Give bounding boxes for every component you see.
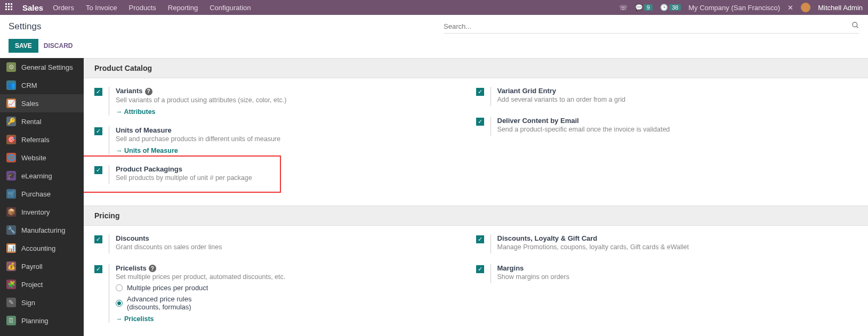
setting-title: Margins xyxy=(497,264,858,272)
sidebar-item-elearning[interactable]: 🎓eLearning xyxy=(0,167,84,185)
setting-link-attributes[interactable]: Attributes xyxy=(116,108,476,116)
setting-discounts-loyalty-gift-card: ✓Discounts, Loyalty & Gift CardManage Pr… xyxy=(476,234,858,253)
radio[interactable] xyxy=(116,300,123,307)
help-icon[interactable]: ? xyxy=(145,88,152,95)
voip-icon[interactable]: ☏ xyxy=(619,4,628,12)
checkbox[interactable]: ✓ xyxy=(94,235,102,243)
checkbox[interactable]: ✓ xyxy=(476,265,484,273)
setting-desc: Manage Promotions, coupons, loyalty card… xyxy=(497,243,858,251)
company-switcher[interactable]: My Company (San Francisco) xyxy=(688,4,780,12)
help-icon[interactable]: ? xyxy=(149,265,156,272)
checkbox[interactable]: ✓ xyxy=(94,166,102,174)
nav-orders[interactable]: Orders xyxy=(53,4,74,12)
svg-rect-3 xyxy=(5,6,7,7)
svg-rect-2 xyxy=(11,3,12,5)
radio-label: Advanced price rules(discounts, formulas… xyxy=(127,295,191,311)
svg-point-9 xyxy=(853,22,857,27)
section-product-catalog: Product Catalog✓Variants?Sell variants o… xyxy=(84,58,868,206)
activities-icon[interactable]: 🕒38 xyxy=(660,4,681,11)
sidebar-item-purchase[interactable]: 🛒Purchase xyxy=(0,185,84,203)
setting-title: Deliver Content by Email xyxy=(497,117,858,125)
referrals-icon: 🎯 xyxy=(6,135,16,144)
setting-link-units-of-measure[interactable]: Units of Measure xyxy=(116,147,476,154)
user-name[interactable]: Mitchell Admin xyxy=(818,4,863,12)
divider xyxy=(109,87,109,116)
nav-products[interactable]: Products xyxy=(128,4,156,12)
nav-to-invoice[interactable]: To Invoice xyxy=(86,4,117,12)
setting-desc: Sell and purchase products in different … xyxy=(116,135,476,143)
page-title: Settings xyxy=(9,21,41,32)
sidebar-item-referrals[interactable]: 🎯Referrals xyxy=(0,130,84,149)
divider xyxy=(109,234,109,253)
setting-product-packagings: ✓Product PackagingsSell products by mult… xyxy=(94,165,476,184)
discard-button[interactable]: DISCARD xyxy=(44,42,73,50)
sidebar-item-label: Planning xyxy=(21,317,49,325)
sidebar-item-label: Referrals xyxy=(21,136,50,144)
project-icon: 🧩 xyxy=(6,280,16,289)
setting-desc: Show margins on orders xyxy=(497,273,858,281)
nav-configuration[interactable]: Configuration xyxy=(210,4,251,12)
sidebar-item-rental[interactable]: 🔑Rental xyxy=(0,112,84,130)
sidebar-item-planning[interactable]: 🗓Planning xyxy=(0,312,84,330)
search-input[interactable] xyxy=(444,22,851,30)
setting-variant-grid-entry: ✓Variant Grid EntryAdd several variants … xyxy=(476,87,858,106)
setting-pricelists: ✓Pricelists?Set multiple prices per prod… xyxy=(94,264,476,323)
sidebar-item-label: Inventory xyxy=(21,208,50,216)
sidebar-item-website[interactable]: 🌐Website xyxy=(0,149,84,167)
svg-line-10 xyxy=(856,26,858,28)
settings-sidebar: ⚙General Settings👥CRM📈Sales🔑Rental🎯Refer… xyxy=(0,58,84,336)
sidebar-item-label: Purchase xyxy=(21,190,51,198)
sidebar-item-crm[interactable]: 👥CRM xyxy=(0,76,84,94)
sidebar-item-inventory[interactable]: 📦Inventory xyxy=(0,203,84,221)
sidebar-item-payroll[interactable]: 💰Payroll xyxy=(0,257,84,275)
search-box[interactable] xyxy=(444,19,859,34)
purchase-icon: 🛒 xyxy=(6,189,16,199)
website-icon: 🌐 xyxy=(6,153,16,162)
checkbox[interactable]: ✓ xyxy=(94,127,102,135)
section-pricing: Pricing✓DiscountsGrant discounts on sale… xyxy=(84,206,868,337)
sales-icon: 📈 xyxy=(6,99,16,108)
nav-reporting[interactable]: Reporting xyxy=(168,4,198,12)
avatar[interactable] xyxy=(801,3,810,12)
sidebar-item-sign[interactable]: ✎Sign xyxy=(0,293,84,312)
setting-discounts: ✓DiscountsGrant discounts on sales order… xyxy=(94,234,476,253)
radio-option[interactable]: Advanced price rules(discounts, formulas… xyxy=(116,295,476,311)
divider xyxy=(491,234,491,253)
elearning-icon: 🎓 xyxy=(6,171,16,181)
messaging-icon[interactable]: 💬9 xyxy=(635,4,653,11)
setting-units-of-measure: ✓Units of MeasureSell and purchase produ… xyxy=(94,126,476,154)
main: ⚙General Settings👥CRM📈Sales🔑Rental🎯Refer… xyxy=(0,58,868,336)
sidebar-item-label: Project xyxy=(21,281,43,289)
setting-desc: Add several variants to an order from a … xyxy=(497,96,858,103)
accounting-icon: 📊 xyxy=(6,243,16,253)
checkbox[interactable]: ✓ xyxy=(476,118,484,126)
sidebar-item-sales[interactable]: 📈Sales xyxy=(0,94,84,112)
crm-icon: 👥 xyxy=(6,80,16,90)
radio[interactable] xyxy=(116,284,123,291)
radio-option[interactable]: Multiple prices per product xyxy=(116,284,476,292)
sidebar-item-label: eLearning xyxy=(21,172,52,180)
col-right: ✓Discounts, Loyalty & Gift CardManage Pr… xyxy=(476,234,858,334)
sidebar-item-project[interactable]: 🧩Project xyxy=(0,275,84,293)
svg-rect-1 xyxy=(8,3,10,5)
sidebar-item-general-settings[interactable]: ⚙General Settings xyxy=(0,58,84,76)
checkbox[interactable]: ✓ xyxy=(94,265,102,273)
sidebar-item-label: Payroll xyxy=(21,263,43,271)
sidebar-item-manufacturing[interactable]: 🔧Manufacturing xyxy=(0,221,84,239)
apps-icon[interactable] xyxy=(5,3,13,12)
divider xyxy=(491,264,491,283)
planning-icon: 🗓 xyxy=(6,316,16,325)
divider xyxy=(491,87,491,106)
checkbox[interactable]: ✓ xyxy=(94,88,102,96)
divider xyxy=(491,117,491,136)
setting-title: Discounts, Loyalty & Gift Card xyxy=(497,234,858,242)
svg-rect-8 xyxy=(11,9,12,10)
search-icon[interactable] xyxy=(851,21,859,31)
section-title: Product Catalog xyxy=(84,58,868,78)
save-button[interactable]: SAVE xyxy=(9,39,38,53)
setting-link-pricelists[interactable]: Pricelists xyxy=(116,315,476,323)
debug-icon[interactable]: ✕ xyxy=(787,4,793,12)
checkbox[interactable]: ✓ xyxy=(476,88,484,96)
checkbox[interactable]: ✓ xyxy=(476,235,484,243)
sidebar-item-accounting[interactable]: 📊Accounting xyxy=(0,239,84,257)
